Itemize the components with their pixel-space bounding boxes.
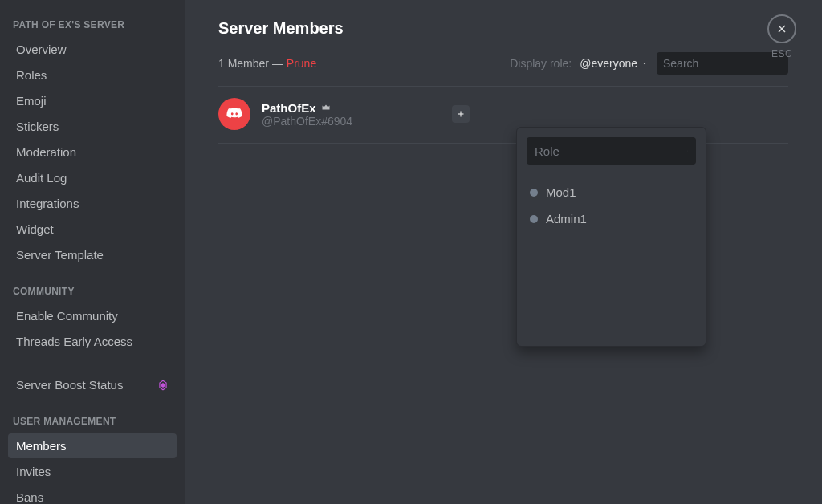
sidebar-item-overview[interactable]: Overview: [8, 37, 177, 62]
main-content: Server Members 1 Member — Prune Display …: [185, 0, 822, 504]
sidebar-item-server-template[interactable]: Server Template: [8, 242, 177, 267]
role-picker-popover: Mod1 Admin1: [516, 127, 706, 347]
sidebar-item-server-boost-status[interactable]: Server Boost Status: [8, 372, 177, 397]
member-tag: @PathOfEx#6904: [262, 115, 352, 128]
sidebar-item-invites[interactable]: Invites: [8, 459, 177, 484]
sidebar-heading-community: COMMUNITY: [8, 286, 177, 303]
prune-link[interactable]: Prune: [287, 57, 316, 70]
role-color-dot: [530, 215, 538, 223]
svg-point-4: [687, 151, 688, 152]
page-title: Server Members: [218, 19, 788, 38]
sidebar-heading-user-management: USER MANAGEMENT: [8, 416, 177, 433]
esc-label: ESC: [771, 48, 792, 59]
role-option-mod1[interactable]: Mod1: [527, 176, 696, 202]
sidebar-item-enable-community[interactable]: Enable Community: [8, 303, 177, 328]
close-button[interactable]: [767, 14, 796, 43]
avatar[interactable]: [218, 98, 250, 130]
role-color-dot: [530, 189, 538, 197]
boost-icon: [157, 380, 169, 391]
sidebar-item-threads-early-access[interactable]: Threads Early Access: [8, 329, 177, 354]
divider: [218, 86, 788, 87]
chevron-down-icon: [641, 59, 649, 67]
sidebar-item-widget[interactable]: Widget: [8, 217, 177, 242]
role-search-box[interactable]: [527, 137, 696, 165]
add-role-button[interactable]: [452, 105, 470, 123]
search-icon: [687, 144, 688, 157]
close-icon: [775, 22, 788, 35]
sidebar-item-audit-log[interactable]: Audit Log: [8, 165, 177, 190]
plus-icon: [456, 109, 466, 119]
sidebar-item-integrations[interactable]: Integrations: [8, 191, 177, 216]
display-role-label: Display role:: [510, 57, 572, 70]
sidebar-heading-server: PATH OF EX'S SERVER: [8, 19, 177, 37]
sidebar-item-emoji[interactable]: Emoji: [8, 88, 177, 113]
member-row: PathOfEx @PathOfEx#6904: [218, 98, 788, 130]
display-role-dropdown[interactable]: @everyone: [580, 57, 649, 70]
sidebar-item-moderation[interactable]: Moderation: [8, 140, 177, 165]
member-name: PathOfEx: [262, 101, 316, 115]
settings-sidebar: PATH OF EX'S SERVER Overview Roles Emoji…: [0, 0, 185, 504]
sidebar-item-members[interactable]: Members: [8, 433, 177, 458]
sidebar-item-bans[interactable]: Bans: [8, 485, 177, 504]
sidebar-item-stickers[interactable]: Stickers: [8, 114, 177, 139]
role-option-admin1[interactable]: Admin1: [527, 202, 696, 229]
role-search-input[interactable]: [535, 144, 687, 158]
member-count: 1 Member — Prune: [218, 57, 316, 70]
sidebar-item-roles[interactable]: Roles: [8, 63, 177, 87]
owner-crown-icon: [321, 103, 331, 112]
discord-logo-icon: [226, 105, 243, 123]
